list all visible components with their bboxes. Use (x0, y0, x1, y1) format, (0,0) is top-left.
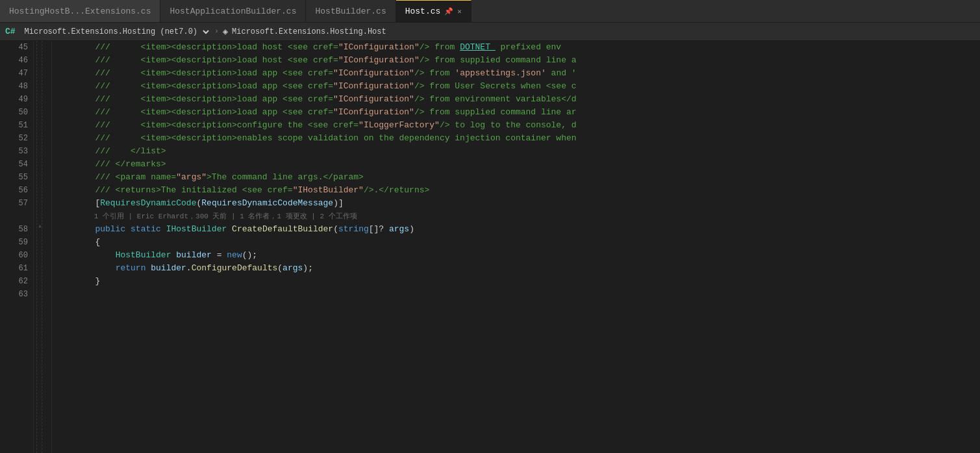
line-num-48: 48 (8, 80, 28, 93)
line-num-49: 49 (8, 93, 28, 106)
code-line-51: /// <item><description>configure the <se… (55, 119, 980, 132)
line-num-55: 55 (8, 171, 28, 184)
class-icon: ◈ (223, 26, 228, 37)
namespace-dropdown[interactable]: Microsoft.Extensions.Hosting (net7.0) (19, 25, 211, 38)
line-numbers: 45 46 47 48 49 50 51 52 53 54 55 56 57 ·… (0, 41, 34, 453)
line-num-62: 62 (8, 275, 28, 288)
line-num-45: 45 (8, 41, 28, 54)
tab-label: HostingHostB...Extensions.cs (9, 6, 151, 16)
tab-hosting-extensions[interactable]: HostingHostB...Extensions.cs (0, 0, 160, 22)
indent-guide-1 (36, 41, 37, 453)
breadcrumb-arrow: › (215, 28, 219, 35)
line-num-53: 53 (8, 145, 28, 158)
code-line-58: public static IHostBuilder CreateDefault… (55, 223, 980, 236)
line-num-59: 59 (8, 236, 28, 249)
code-line-50: /// <item><description>load app <see cre… (55, 106, 980, 119)
tab-host-builder[interactable]: HostBuilder.cs (306, 0, 396, 22)
code-line-55: /// <param name="args">The command line … (55, 171, 980, 184)
ide-window: HostingHostB...Extensions.cs HostApplica… (0, 0, 980, 453)
class-name: Microsoft.Extensions.Hosting.Host (232, 27, 386, 36)
tab-host-application-builder[interactable]: HostApplicationBuilder.cs (160, 0, 306, 22)
code-line-61: return builder.ConfigureDefaults(args); (55, 262, 980, 275)
line-num-57: 57 (8, 197, 28, 210)
tab-label: Host.cs (405, 6, 441, 16)
tab-bar: HostingHostB...Extensions.cs HostApplica… (0, 0, 980, 23)
code-line-49: /// <item><description>load app <see cre… (55, 93, 980, 106)
pin-icon: 📌 (444, 7, 453, 16)
code-content[interactable]: /// <item><description>load host <see cr… (52, 41, 980, 453)
line-num-52: 52 (8, 132, 28, 145)
code-line-63 (55, 288, 980, 301)
line-num-56: 56 (8, 184, 28, 197)
breadcrumb-bar: C# Microsoft.Extensions.Hosting (net7.0)… (0, 23, 980, 41)
line-num-46: 46 (8, 54, 28, 67)
code-line-60: HostBuilder builder = new(); (55, 249, 980, 262)
code-line-56: /// <returns>The initialized <see cref="… (55, 184, 980, 197)
code-line-52: /// <item><description>enables scope val… (55, 132, 980, 145)
line-num-47: 47 (8, 67, 28, 80)
fold-column: ▫ (34, 41, 52, 453)
tab-label: HostApplicationBuilder.cs (170, 6, 296, 16)
line-num-63: 63 (8, 288, 28, 301)
line-num-50: 50 (8, 106, 28, 119)
csharp-icon: C# (5, 27, 16, 36)
code-line-62: } (55, 275, 980, 288)
close-icon[interactable]: ✕ (457, 7, 462, 16)
tab-label: HostBuilder.cs (315, 6, 386, 16)
line-num-51: 51 (8, 119, 28, 132)
line-num-61: 61 (8, 262, 28, 275)
code-line-57: [RequiresDynamicCode(RequiresDynamicCode… (55, 197, 980, 210)
tab-host-cs[interactable]: Host.cs 📌 ✕ (396, 0, 471, 22)
line-num-58: 58 (8, 223, 28, 236)
line-num-54: 54 (8, 158, 28, 171)
code-line-48: /// <item><description>load app <see cre… (55, 80, 980, 93)
code-line-47: /// <item><description>load app <see cre… (55, 67, 980, 80)
line-num-60: 60 (8, 249, 28, 262)
indent-guide-2 (42, 41, 42, 453)
code-line-46: /// <item><description>load host <see cr… (55, 54, 980, 67)
code-line-hint: 1 个引用 | Eric Erhardt，300 天前 | 1 名作者，1 项更… (55, 210, 980, 223)
code-line-59: { (55, 236, 980, 249)
code-line-53: /// </list> (55, 145, 980, 158)
editor-area: 45 46 47 48 49 50 51 52 53 54 55 56 57 ·… (0, 41, 980, 453)
code-line-54: /// </remarks> (55, 158, 980, 171)
line-num-57h: · (8, 210, 28, 223)
code-line-45: /// <item><description>load host <see cr… (55, 41, 980, 54)
